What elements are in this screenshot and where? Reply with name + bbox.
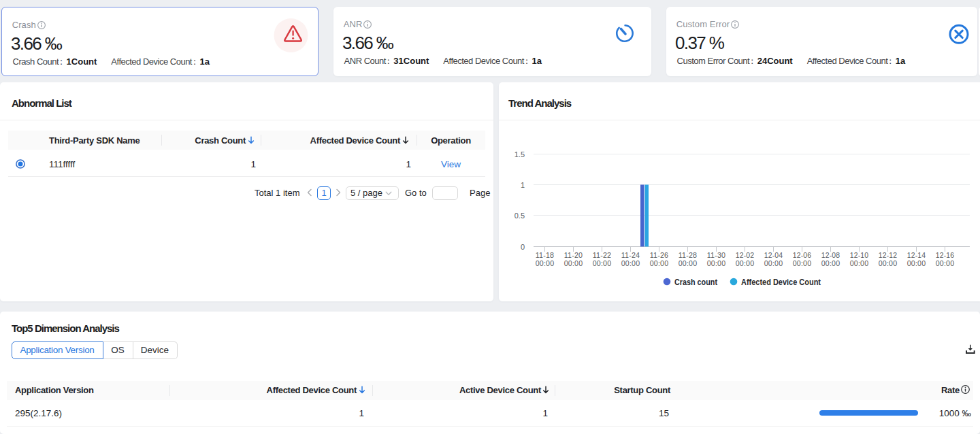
svg-text:1: 1 xyxy=(521,181,525,189)
svg-text:12-08: 12-08 xyxy=(821,251,840,259)
svg-text:00:00: 00:00 xyxy=(879,259,898,267)
svg-text:12-04: 12-04 xyxy=(764,251,783,259)
svg-text:12-16: 12-16 xyxy=(936,251,955,259)
svg-text:11-30: 11-30 xyxy=(707,251,726,259)
svg-text:00:00: 00:00 xyxy=(736,259,755,267)
svg-text:1.5: 1.5 xyxy=(514,150,525,158)
svg-text:00:00: 00:00 xyxy=(850,259,869,267)
svg-text:11-28: 11-28 xyxy=(679,251,698,259)
svg-text:12-10: 12-10 xyxy=(850,251,869,259)
svg-text:00:00: 00:00 xyxy=(907,259,926,267)
svg-text:00:00: 00:00 xyxy=(936,259,955,267)
svg-text:0: 0 xyxy=(521,243,525,251)
svg-text:00:00: 00:00 xyxy=(793,259,812,267)
svg-text:00:00: 00:00 xyxy=(707,259,726,267)
svg-text:11-20: 11-20 xyxy=(564,251,583,259)
svg-text:11-26: 11-26 xyxy=(650,251,669,259)
svg-text:11-18: 11-18 xyxy=(536,251,555,259)
svg-text:00:00: 00:00 xyxy=(650,259,669,267)
svg-text:00:00: 00:00 xyxy=(821,259,840,267)
svg-text:00:00: 00:00 xyxy=(679,259,698,267)
svg-text:00:00: 00:00 xyxy=(536,259,555,267)
svg-text:00:00: 00:00 xyxy=(593,259,612,267)
svg-text:Affected Device Count: Affected Device Count xyxy=(741,278,821,287)
svg-text:12-02: 12-02 xyxy=(736,251,755,259)
svg-text:00:00: 00:00 xyxy=(621,259,640,267)
svg-text:12-12: 12-12 xyxy=(879,251,898,259)
svg-text:00:00: 00:00 xyxy=(764,259,783,267)
svg-text:00:00: 00:00 xyxy=(564,259,583,267)
svg-text:0.5: 0.5 xyxy=(514,212,525,220)
svg-text:Crash count: Crash count xyxy=(674,278,717,287)
svg-text:12-06: 12-06 xyxy=(793,251,812,259)
svg-text:12-14: 12-14 xyxy=(907,251,926,259)
svg-text:11-24: 11-24 xyxy=(621,251,640,259)
svg-text:11-22: 11-22 xyxy=(593,251,612,259)
